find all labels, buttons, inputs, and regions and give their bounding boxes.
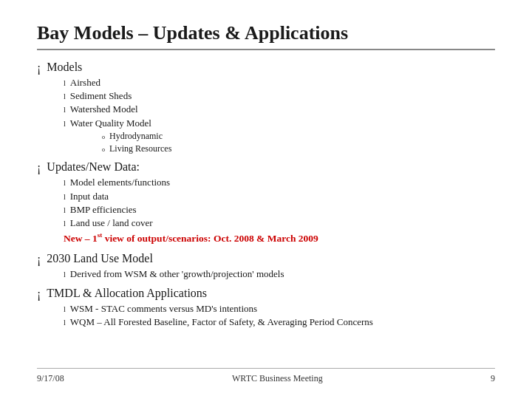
main-bullet-land-use-label: 2030 Land Use Model	[47, 252, 153, 265]
sub-bullet-marker: l	[64, 178, 66, 188]
sub-sub-hydrodynamic: o Hydrodynamic	[102, 130, 495, 143]
sub-bullet-marker: l	[64, 192, 66, 202]
bullet-marker: ¡	[37, 287, 41, 301]
sub-bullet-wsm-stac-text: WSM - STAC comments versus MD's intentio…	[70, 302, 257, 316]
sub-bullets-models: l Airshed l Sediment Sheds l Watershed M…	[64, 76, 495, 154]
main-bullet-models-label: Models	[47, 61, 82, 74]
bullet-marker: ¡	[37, 61, 41, 75]
content-area: ¡ Models l Airshed l Sediment Sheds l Wa…	[37, 61, 495, 368]
sub-bullet-marker: l	[64, 304, 66, 315]
sub-bullet-airshed: l Airshed	[64, 76, 495, 89]
footer-date: 9/17/08	[37, 373, 64, 384]
footer-page: 9	[491, 373, 495, 384]
footer-title: WRTC Business Meeting	[232, 373, 323, 384]
sub-bullet-wqm: l WQM – All Forested Baseline, Factor of…	[64, 316, 495, 329]
sub-bullet-marker: l	[64, 78, 66, 89]
sub-bullet-bmp-text: BMP efficiencies	[70, 203, 137, 216]
sub-bullet-watershed-text: Watershed Model	[70, 103, 138, 116]
slide: Bay Models – Updates & Applications ¡ Mo…	[0, 0, 532, 399]
sub-bullet-marker: l	[64, 92, 66, 102]
sub-bullet-waterquality-text: Water Quality Model	[70, 117, 151, 130]
footer: 9/17/08 WRTC Business Meeting 9	[37, 368, 495, 384]
sub-bullet-marker: l	[64, 219, 66, 229]
section-updates: ¡ Updates/New Data: l Model elements/fun…	[37, 160, 495, 245]
highlight-new-view: New – 1st view of output/scenarios: Oct.…	[64, 231, 495, 245]
sub-sub-hydrodynamic-text: Hydrodynamic	[109, 130, 163, 143]
sub-bullet-derived: l Derived from WSM & other 'growth/proje…	[64, 267, 495, 281]
sub-sub-living-text: Living Resources	[109, 143, 171, 155]
sub-bullet-sediment-text: Sediment Sheds	[70, 89, 132, 103]
sub-bullet-wqm-text: WQM – All Forested Baseline, Factor of S…	[70, 316, 373, 329]
sub-bullet-watershed: l Watershed Model	[64, 103, 495, 116]
main-bullet-land-use: ¡ 2030 Land Use Model	[37, 252, 495, 266]
sub-bullet-waterquality: l Water Quality Model	[64, 117, 495, 130]
sub-bullet-bmp: l BMP efficiencies	[64, 203, 495, 216]
sub-bullet-wsm-stac: l WSM - STAC comments versus MD's intent…	[64, 302, 495, 316]
main-bullet-updates: ¡ Updates/New Data:	[37, 160, 495, 174]
sub-bullet-sediment: l Sediment Sheds	[64, 89, 495, 103]
slide-title: Bay Models – Updates & Applications	[37, 22, 495, 50]
sub-bullets-land-use: l Derived from WSM & other 'growth/proje…	[64, 267, 495, 281]
sub-bullet-marker: l	[64, 119, 66, 129]
sub-bullet-marker: l	[64, 205, 66, 216]
sub-sub-marker: o	[102, 133, 105, 141]
sub-sub-bullets-wqm: o Hydrodynamic o Living Resources	[102, 130, 495, 155]
sub-bullet-derived-text: Derived from WSM & other 'growth/project…	[70, 267, 284, 281]
sub-bullet-input-data: l Input data	[64, 190, 495, 203]
sub-bullets-updates: l Model elements/functions l Input data …	[64, 176, 495, 230]
main-bullet-models: ¡ Models	[37, 61, 495, 75]
bullet-marker: ¡	[37, 253, 41, 266]
sub-bullet-marker: l	[64, 270, 66, 280]
sub-bullet-model-elements-text: Model elements/functions	[70, 176, 170, 189]
bullet-marker: ¡	[37, 161, 41, 174]
section-tmdl: ¡ TMDL & Allocation Applications l WSM -…	[37, 287, 495, 329]
section-models: ¡ Models l Airshed l Sediment Sheds l Wa…	[37, 61, 495, 154]
sub-sub-living: o Living Resources	[102, 143, 495, 155]
sub-bullet-marker: l	[64, 105, 66, 115]
sub-bullet-land-use-text: Land use / land cover	[70, 216, 153, 230]
main-bullet-tmdl: ¡ TMDL & Allocation Applications	[37, 287, 495, 301]
sub-bullets-tmdl: l WSM - STAC comments versus MD's intent…	[64, 302, 495, 329]
sub-bullet-input-data-text: Input data	[70, 190, 109, 203]
sub-bullet-model-elements: l Model elements/functions	[64, 176, 495, 189]
sub-bullet-airshed-text: Airshed	[70, 76, 100, 89]
sub-bullet-land-use: l Land use / land cover	[64, 216, 495, 230]
main-bullet-updates-label: Updates/New Data:	[47, 160, 140, 174]
sub-sub-marker: o	[102, 146, 105, 154]
sub-bullet-marker: l	[64, 318, 66, 328]
section-land-use: ¡ 2030 Land Use Model l Derived from WSM…	[37, 252, 495, 281]
main-bullet-tmdl-label: TMDL & Allocation Applications	[47, 287, 207, 300]
